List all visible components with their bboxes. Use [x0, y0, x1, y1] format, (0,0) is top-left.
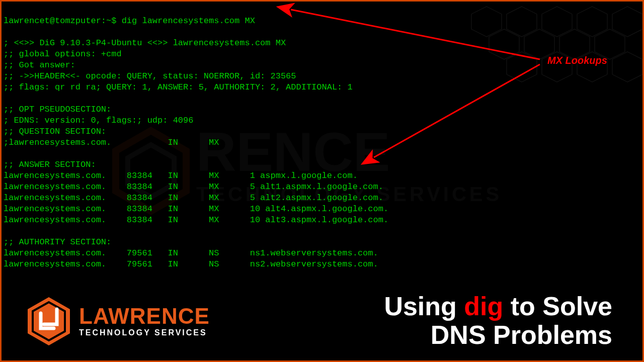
title-highlight: dig: [464, 292, 503, 321]
answer-row: lawrencesystems.com. 83384 IN MX 10 alt3…: [4, 215, 388, 225]
annotation-label: MX Lookups: [547, 55, 607, 66]
title-part-1: Using: [384, 292, 464, 321]
svg-marker-3: [577, 7, 607, 37]
svg-marker-19: [28, 297, 70, 345]
title-part-3: DNS Problems: [384, 321, 612, 349]
answer-row: lawrencesystems.com. 83384 IN MX 10 alt4…: [4, 204, 388, 214]
svg-marker-2: [542, 7, 572, 37]
opt-pseudosection-hdr: ;; OPT PSEUDOSECTION:: [4, 105, 111, 114]
authority-row: lawrencesystems.com. 79561 IN NS ns2.web…: [4, 259, 378, 269]
terminal-prompt-line: lawrencet@tomzputer:~$ dig lawrencesyste…: [4, 16, 255, 26]
terminal-output: lawrencet@tomzputer:~$ dig lawrencesyste…: [4, 5, 388, 270]
logo-text-main: LAWRENCE: [79, 305, 210, 327]
logo-text-sub: TECHNOLOGY SERVICES: [79, 328, 210, 337]
answer-row: lawrencesystems.com. 83384 IN MX 1 aspmx…: [4, 171, 358, 180]
answer-row: lawrencesystems.com. 83384 IN MX 5 alt1.…: [4, 182, 383, 192]
authority-row: lawrencesystems.com. 79561 IN NS ns1.web…: [4, 248, 378, 258]
svg-marker-9: [507, 52, 537, 82]
answer-row: lawrencesystems.com. 83384 IN MX 5 alt2.…: [4, 193, 383, 203]
svg-line-18: [374, 64, 540, 157]
got-answer: ;; Got answer:: [4, 60, 75, 70]
svg-marker-0: [471, 7, 502, 37]
hex-pattern-bg: [466, 2, 642, 92]
global-options: ;; global options: +cmd: [4, 49, 122, 59]
logo-hex-icon: [26, 296, 72, 346]
question-section-hdr: ;; QUESTION SECTION:: [4, 127, 106, 136]
flags-line: ;; flags: qr rd ra; QUERY: 1, ANSWER: 5,…: [4, 82, 353, 92]
answer-section-hdr: ;; ANSWER SECTION:: [4, 160, 96, 169]
title-part-2: to Solve: [503, 292, 612, 321]
question-line: ;lawrencesystems.com. IN MX: [4, 138, 219, 147]
svg-marker-4: [612, 7, 642, 37]
video-title: Using dig to Solve DNS Problems: [384, 292, 612, 349]
authority-section-hdr: ;; AUTHORITY SECTION:: [4, 237, 111, 247]
brand-logo: LAWRENCE TECHNOLOGY SERVICES: [26, 296, 210, 346]
dig-banner: ; <<>> DiG 9.10.3-P4-Ubuntu <<>> lawrenc…: [4, 38, 286, 48]
header-line: ;; ->>HEADER<<- opcode: QUERY, status: N…: [4, 71, 296, 81]
edns-line: ; EDNS: version: 0, flags:; udp: 4096: [4, 116, 193, 125]
svg-marker-1: [507, 7, 537, 37]
svg-marker-5: [489, 29, 519, 59]
svg-marker-12: [612, 52, 642, 82]
